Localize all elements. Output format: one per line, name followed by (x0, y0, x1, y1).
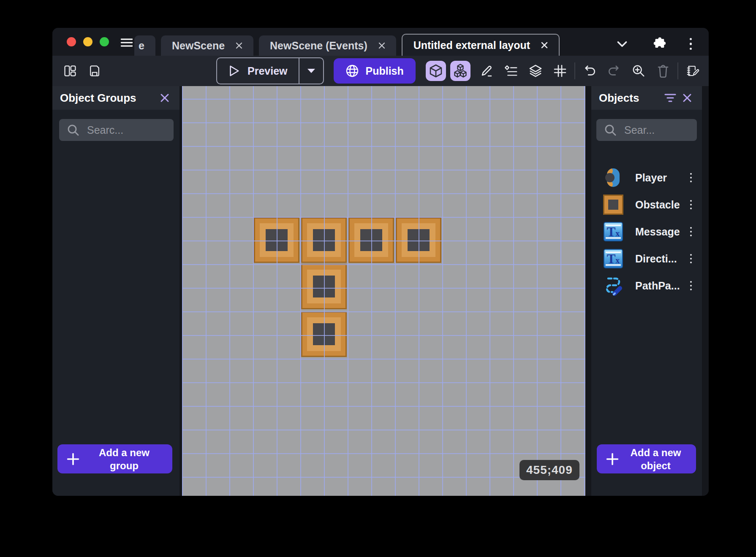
tabbar-right-controls (613, 34, 696, 54)
play-icon (228, 65, 240, 77)
tab-untitled-external-layout[interactable]: Untitled external layout (402, 34, 560, 56)
path-painter-icon (603, 276, 623, 296)
obstacle-instance[interactable] (348, 217, 394, 263)
toggle-panels-button[interactable] (61, 62, 79, 80)
obstacle-icon (603, 195, 623, 215)
publish-button[interactable]: Publish (334, 58, 416, 84)
undo-icon (583, 65, 596, 77)
tab-partial[interactable]: e (134, 35, 155, 56)
close-objects-button[interactable] (679, 91, 695, 105)
objects-panel-toggle-button[interactable] (450, 61, 470, 81)
obstacle-instance[interactable] (301, 311, 347, 357)
puzzle-icon (651, 36, 666, 51)
tab-label: NewScene (172, 40, 225, 52)
object-menu-button[interactable] (688, 278, 695, 294)
grid-toggle-button[interactable] (551, 62, 569, 80)
object-name: Message (635, 226, 688, 238)
preview-label: Preview (247, 65, 288, 77)
plus-icon (66, 452, 80, 466)
publish-label: Publish (366, 65, 404, 77)
object-row-message[interactable]: Message (591, 218, 702, 245)
tab-bar: e NewScene NewScene (Events) Untitled ex… (52, 28, 709, 56)
tab-partial-label: e (139, 40, 144, 52)
toolbar-divider (574, 62, 575, 79)
add-object-button[interactable]: Add a new object (597, 444, 696, 473)
object-row-obstacle[interactable]: Obstacle (591, 191, 702, 218)
obstacle-instance[interactable] (301, 264, 347, 309)
objects-title: Objects (599, 92, 661, 105)
preview-button[interactable]: Preview (217, 58, 299, 84)
close-window-button[interactable] (67, 37, 76, 46)
hamburger-icon (120, 36, 133, 49)
zoom-in-icon (632, 64, 645, 78)
editor-content: Object Groups Add a new (52, 86, 709, 496)
close-icon (682, 92, 693, 103)
preview-split-button: Preview (216, 57, 324, 84)
layers-icon (529, 64, 542, 78)
scene-canvas[interactable]: 455;409 (182, 86, 585, 496)
obstacle-instance[interactable] (396, 217, 441, 263)
close-icon (159, 92, 170, 103)
main-menu-button[interactable] (117, 35, 136, 50)
object-menu-button[interactable] (688, 197, 695, 213)
obstacle-instance[interactable] (301, 217, 347, 263)
close-object-groups-button[interactable] (157, 91, 173, 105)
tab-newscene-events[interactable]: NewScene (Events) (259, 35, 396, 56)
object-groups-search-input[interactable] (86, 124, 168, 137)
object-groups-header: Object Groups (52, 86, 179, 110)
edit-scene-properties-button[interactable] (683, 62, 702, 80)
toolbar-divider (677, 62, 678, 79)
globe-icon (345, 64, 359, 78)
text-object-icon (603, 249, 623, 269)
3d-view-toggle-button[interactable] (426, 61, 446, 81)
window-menu-button[interactable] (685, 35, 696, 53)
cubes-stack-icon (453, 63, 468, 78)
tab-list-dropdown-button[interactable] (613, 35, 631, 53)
layers-panel-button[interactable] (526, 62, 545, 80)
object-groups-panel: Object Groups Add a new (52, 86, 179, 496)
delete-button[interactable] (654, 62, 672, 80)
close-tab-icon[interactable] (376, 40, 388, 51)
object-menu-button[interactable] (688, 224, 695, 240)
undo-button[interactable] (580, 62, 599, 80)
object-row-pathpainter[interactable]: PathPa... (591, 272, 702, 299)
trash-icon (656, 64, 670, 78)
edit-object-button[interactable] (477, 62, 496, 80)
object-name: Player (635, 172, 688, 184)
save-button[interactable] (85, 62, 104, 80)
objects-search-input[interactable] (623, 124, 691, 137)
search-icon (67, 124, 79, 136)
dropdown-arrow-icon (307, 68, 316, 74)
tab-newscene[interactable]: NewScene (161, 35, 253, 56)
filter-objects-button[interactable] (661, 91, 679, 105)
objects-list: Player Obstacle Message (591, 164, 702, 299)
player-icon (603, 168, 623, 188)
toolbar-right-cluster (569, 62, 702, 80)
close-tab-icon[interactable] (538, 39, 550, 51)
add-group-button[interactable]: Add a new group (57, 444, 172, 473)
minimize-window-button[interactable] (83, 37, 92, 46)
zoom-in-button[interactable] (629, 62, 648, 80)
object-menu-button[interactable] (688, 251, 695, 267)
object-row-player[interactable]: Player (591, 164, 702, 191)
add-object-label-line1: Add a new (630, 446, 681, 459)
object-groups-searchbox (59, 119, 174, 141)
tab-label: Untitled external layout (413, 39, 530, 51)
chevron-down-icon (615, 37, 629, 51)
toolbar: Preview Publish (52, 56, 709, 86)
tab-label: NewScene (Events) (270, 40, 367, 52)
preview-options-button[interactable] (299, 58, 323, 84)
add-group-label-line2: group (110, 459, 139, 472)
maximize-window-button[interactable] (100, 37, 109, 46)
object-menu-button[interactable] (688, 170, 695, 186)
redo-icon (607, 65, 621, 77)
obstacle-instance[interactable] (254, 217, 299, 263)
cube-icon (429, 64, 443, 78)
extensions-button[interactable] (648, 34, 669, 54)
instances-list-button[interactable] (502, 62, 520, 80)
redo-button[interactable] (605, 62, 623, 80)
grid-icon (553, 64, 567, 78)
object-row-directions[interactable]: Directi... (591, 245, 702, 272)
add-object-label-line2: object (641, 459, 671, 472)
close-tab-icon[interactable] (233, 40, 245, 51)
